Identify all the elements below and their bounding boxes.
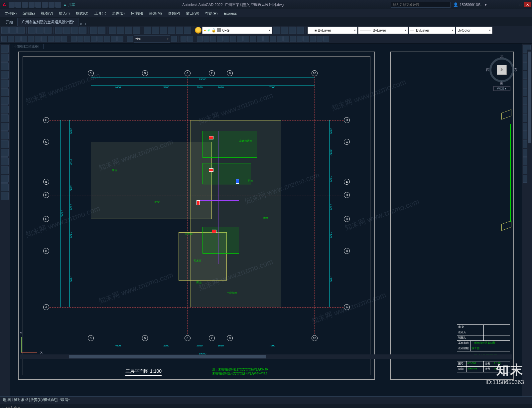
mark-icon[interactable] xyxy=(176,27,183,34)
dimstyle-dropdown[interactable]: zhu xyxy=(134,35,170,43)
props-icon[interactable] xyxy=(144,27,151,34)
preview-icon[interactable] xyxy=(36,27,44,34)
print-icon[interactable] xyxy=(28,27,36,34)
open-icon[interactable] xyxy=(9,27,17,34)
linetype-dropdown[interactable]: ———ByLayer xyxy=(358,27,408,34)
drawing-canvas[interactable]: [-][俯视][二维线框] 33 55 66 77 88 1010 AA BB … xyxy=(10,44,522,396)
tab-add-icon[interactable]: + xyxy=(83,22,88,26)
share-button[interactable]: ▲ 共享 xyxy=(63,2,75,7)
tb6-icon[interactable] xyxy=(230,36,236,42)
zoomwin-icon[interactable] xyxy=(125,27,132,34)
viewcube-top[interactable]: 上 xyxy=(497,65,507,75)
view-cube[interactable]: 北 南 东 西 上 WCS ▾ xyxy=(487,55,517,85)
revcloud-icon[interactable] xyxy=(1,183,9,191)
rect-icon[interactable] xyxy=(1,80,9,88)
table-icon[interactable] xyxy=(1,157,9,165)
qat-plot-icon[interactable] xyxy=(42,2,48,8)
point-icon[interactable] xyxy=(1,140,9,148)
plotstyle-dropdown[interactable]: ByColor xyxy=(456,27,492,34)
new-icon[interactable] xyxy=(1,27,9,34)
dim-angular-icon[interactable] xyxy=(41,36,47,42)
dim-radius-icon[interactable] xyxy=(28,36,34,42)
maximize-button[interactable]: □ xyxy=(517,2,523,7)
tb1-icon[interactable] xyxy=(197,36,203,42)
menu-format[interactable]: 格式(O) xyxy=(73,10,91,17)
insert-icon[interactable] xyxy=(1,123,9,131)
help-search-input[interactable] xyxy=(391,2,451,8)
minimize-button[interactable]: — xyxy=(509,2,516,7)
dim-center-icon[interactable] xyxy=(91,36,97,42)
tab-close-icon[interactable]: × xyxy=(78,22,83,26)
leader-icon[interactable] xyxy=(181,36,187,42)
tb4-icon[interactable] xyxy=(217,36,223,42)
block-icon[interactable] xyxy=(1,131,9,139)
tp-icon[interactable] xyxy=(160,27,167,34)
tb12-icon[interactable] xyxy=(270,36,276,42)
dim-arc-icon[interactable] xyxy=(15,36,21,42)
layer-match-icon[interactable] xyxy=(297,27,304,34)
menu-draw[interactable]: 绘图(D) xyxy=(110,10,127,17)
dim-space-icon[interactable] xyxy=(71,36,77,42)
circle-icon[interactable] xyxy=(1,62,9,70)
cut-icon[interactable] xyxy=(55,27,63,34)
qcalc-icon[interactable] xyxy=(184,27,191,34)
dim-style-icon[interactable] xyxy=(171,36,177,42)
dim-quick-icon[interactable] xyxy=(48,36,54,42)
menu-parametric[interactable]: 参数(P) xyxy=(165,10,183,17)
dim-linear-icon[interactable] xyxy=(1,36,7,42)
tb3-icon[interactable] xyxy=(210,36,216,42)
qat-saveas-icon[interactable] xyxy=(29,2,35,8)
qat-undo-icon[interactable] xyxy=(49,2,55,8)
undo2-icon[interactable] xyxy=(90,27,97,34)
hatch-icon[interactable] xyxy=(1,114,9,122)
tb2-icon[interactable] xyxy=(203,36,209,42)
tb17-icon[interactable] xyxy=(303,36,309,42)
dim-aligned-icon[interactable] xyxy=(8,36,14,42)
tb15-icon[interactable] xyxy=(290,36,296,42)
tab-drawing[interactable]: 广州市某别墅的空调通风设计图* xyxy=(17,18,78,26)
menu-file[interactable]: 文件(F) xyxy=(2,10,19,17)
menu-view[interactable]: 视图(V) xyxy=(38,10,56,17)
qat-redo-icon[interactable] xyxy=(55,2,61,8)
tb11-icon[interactable] xyxy=(263,36,269,42)
text-icon[interactable] xyxy=(1,192,9,200)
zoomprev-icon[interactable] xyxy=(133,27,140,34)
tb9-icon[interactable] xyxy=(250,36,256,42)
ssm-icon[interactable] xyxy=(168,27,175,34)
scrollbar-horizontal[interactable] xyxy=(20,354,512,359)
tb7-icon[interactable] xyxy=(237,36,243,42)
pline-icon[interactable] xyxy=(1,54,9,62)
spline-icon[interactable] xyxy=(1,105,9,113)
menu-express[interactable]: Express xyxy=(221,11,239,16)
dc-icon[interactable] xyxy=(152,27,159,34)
redo2-icon[interactable] xyxy=(98,27,105,34)
layer-iso-icon[interactable] xyxy=(289,27,296,34)
mtext-icon[interactable] xyxy=(1,166,9,174)
tb20-icon[interactable] xyxy=(323,36,329,42)
menu-insert[interactable]: 插入(I) xyxy=(56,10,72,17)
dim-diam-icon[interactable] xyxy=(35,36,41,42)
tb13-icon[interactable] xyxy=(277,36,283,42)
dim-jog-icon[interactable] xyxy=(104,36,110,42)
menu-help[interactable]: 帮助(H) xyxy=(202,10,220,17)
dim-break-icon[interactable] xyxy=(77,36,83,42)
menu-dimension[interactable]: 标注(N) xyxy=(128,10,146,17)
menu-modify[interactable]: 修改(M) xyxy=(146,10,165,17)
tb5-icon[interactable] xyxy=(223,36,229,42)
menu-tools[interactable]: 工具(T) xyxy=(92,10,109,17)
paste-icon[interactable] xyxy=(71,27,78,34)
layer-icon[interactable] xyxy=(195,27,201,34)
zoom-icon[interactable] xyxy=(117,27,124,34)
pan-icon[interactable] xyxy=(109,27,116,34)
dim-insp-icon[interactable] xyxy=(97,36,103,42)
dim-tol-icon[interactable] xyxy=(84,36,90,42)
dim-tedit-icon[interactable] xyxy=(117,36,123,42)
wcs-dropdown[interactable]: WCS ▾ xyxy=(493,86,510,91)
dim-base-icon[interactable] xyxy=(55,36,61,42)
polygon-icon[interactable] xyxy=(1,88,9,96)
layer-prev-icon[interactable] xyxy=(273,27,280,34)
region-icon[interactable] xyxy=(1,149,9,157)
layer-dropdown[interactable]: ● ☀ 🔓 0FG xyxy=(202,27,272,34)
user-account[interactable]: 150599913S... ▾ xyxy=(453,2,487,7)
tb8-icon[interactable] xyxy=(243,36,249,42)
